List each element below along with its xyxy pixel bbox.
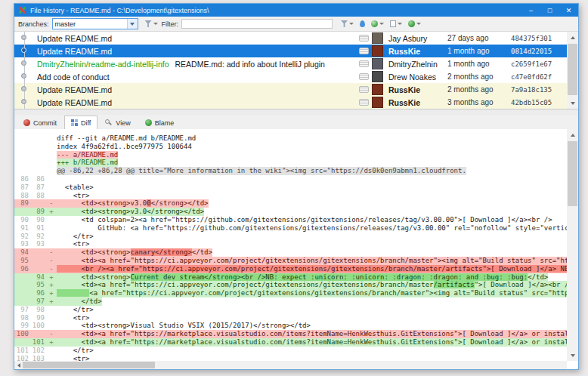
old-line-number: 97 xyxy=(14,306,30,314)
commit-date: 2 months ago xyxy=(447,72,511,81)
new-line-number: 96 xyxy=(30,289,46,297)
commit-hash: c47e0fd62f xyxy=(511,73,567,81)
diff-code-text: <td><strong>Visual Studio VSIX (2015/201… xyxy=(57,322,311,330)
new-line-number: 90 xyxy=(30,216,46,224)
diff-marker xyxy=(46,355,57,361)
droplet-button[interactable] xyxy=(357,18,367,29)
scrollbar-thumb[interactable] xyxy=(568,141,577,206)
diff-line: 9191 GitHub: <a href="https://github.com… xyxy=(14,224,567,233)
message-lines-icon xyxy=(357,35,370,42)
commit-date: 1 month ago xyxy=(447,47,511,55)
commit-message-text: Update README.md xyxy=(37,85,112,94)
diff-marker: + xyxy=(46,338,57,347)
branches-label: Branches: xyxy=(18,20,49,28)
old-line-number xyxy=(14,297,30,306)
message-lines-icon xyxy=(357,60,370,67)
commit-row[interactable]: Add code of conductDrew Noakes2 months a… xyxy=(14,70,567,83)
commit-hash: c2659f1e67 xyxy=(511,60,567,68)
commit-message: DmitryZhelnin/readme-add-intellij-infoRE… xyxy=(37,60,357,69)
commit-row[interactable]: Update README.mdRussKie3 months ago42bdb… xyxy=(14,96,567,109)
chevron-down-icon[interactable] xyxy=(127,19,138,29)
minimize-button[interactable]: – xyxy=(521,4,540,17)
commit-message-text: Update README.md xyxy=(37,98,112,107)
sphere-button[interactable] xyxy=(406,18,423,29)
tab-view[interactable]: View xyxy=(98,116,137,129)
avatar xyxy=(372,97,383,108)
scroll-down-icon[interactable] xyxy=(567,350,578,361)
commit-graph xyxy=(14,32,37,45)
diff-marker xyxy=(46,233,57,241)
commit-node-icon xyxy=(21,35,26,40)
commit-row[interactable]: DmitryZhelnin/readme-add-intellij-infoRE… xyxy=(14,57,567,70)
tab-commit[interactable]: Commit xyxy=(17,116,63,129)
page-button[interactable] xyxy=(388,18,404,29)
commit-list-scrollbar[interactable] xyxy=(567,32,578,109)
scroll-up-icon[interactable] xyxy=(567,129,578,140)
close-button[interactable]: ✕ xyxy=(559,4,578,17)
old-line-number: 96 xyxy=(14,265,30,273)
diff-line: 9090 <td colspan=2><a href="https://gith… xyxy=(14,216,567,224)
diff-code-text: <td><a href="https://marketplace.visuals… xyxy=(57,338,567,347)
globe-button[interactable] xyxy=(369,18,386,29)
funnel-button[interactable] xyxy=(339,18,356,29)
avatar xyxy=(372,58,383,69)
commit-hash: 7a9a18c135 xyxy=(511,86,567,94)
filter-input[interactable] xyxy=(181,19,333,29)
commit-row[interactable]: Update README.mdJay Asbury27 days ago484… xyxy=(14,32,567,45)
commit-list: Update README.mdJay Asbury27 days ago484… xyxy=(14,32,578,109)
commit-row[interactable]: Update README.mdRussKie2 months ago7a9a1… xyxy=(14,83,567,96)
branch-selector[interactable]: master xyxy=(52,18,138,29)
diff-code-text: <td><a href="https://ci.appveyor.com/pro… xyxy=(57,281,567,289)
tab-label: Diff xyxy=(81,119,91,127)
splitter[interactable] xyxy=(14,109,578,115)
diff-header-text: diff --git a/README.md b/README.md xyxy=(57,134,196,143)
chevron-down-icon xyxy=(398,23,402,25)
diff-header-line: index 4f9a62fd1..bce977975 100644 xyxy=(14,143,567,151)
diff-line: 101102 </tr> xyxy=(14,347,567,355)
diff-marker xyxy=(46,347,57,355)
commit-node-icon xyxy=(21,86,26,91)
tab-blame[interactable]: Blame xyxy=(138,116,181,129)
blame-icon xyxy=(145,119,152,126)
diff-code-text: <tr> xyxy=(57,192,89,200)
diff-header-line: --- a/README.md xyxy=(14,151,567,159)
tab-label: View xyxy=(116,119,130,127)
diff-code-text: <table> xyxy=(57,183,94,192)
commit-hash: 484375f301 xyxy=(511,35,567,42)
scrollbar-thumb[interactable] xyxy=(23,362,155,368)
view-icon xyxy=(105,119,113,127)
scroll-down-icon[interactable] xyxy=(567,97,578,109)
new-line-number: 94 xyxy=(30,273,46,282)
commit-node-icon xyxy=(21,99,26,104)
scroll-up-icon[interactable] xyxy=(567,32,578,43)
author-name: RussKie xyxy=(385,85,447,94)
maximize-button[interactable]: □ xyxy=(540,4,559,17)
chevron-down-icon xyxy=(416,23,421,25)
commit-message: Update README.md xyxy=(37,98,357,107)
diff-line: 97+ </td> xyxy=(14,297,567,306)
commit-node-icon xyxy=(21,60,26,66)
branch-filter-button[interactable] xyxy=(143,18,160,29)
diff-marker: + xyxy=(46,289,57,297)
diff-marker xyxy=(46,192,57,200)
scroll-left-icon[interactable] xyxy=(14,361,23,369)
diff-code-text: </tr> xyxy=(57,233,94,241)
diff-horizontal-scrollbar[interactable] xyxy=(14,361,567,369)
commit-row[interactable]: Update README.mdRussKie1 month ago0814d2… xyxy=(14,45,567,57)
diff-code-text: </td> xyxy=(57,297,102,306)
old-line-number: 92 xyxy=(14,233,30,241)
old-line-number: 86 xyxy=(14,175,30,183)
old-line-number xyxy=(14,338,30,347)
diff-vertical-scrollbar[interactable] xyxy=(567,129,578,361)
tab-diff[interactable]: Diff xyxy=(64,116,97,129)
diff-marker xyxy=(46,314,57,322)
avatar xyxy=(372,32,383,44)
commit-message-text: Add code of conduct xyxy=(37,72,110,82)
new-line-number: 102 xyxy=(30,347,46,355)
diff-header-line: @@ -86,22 +86,28 @@ title="More informat… xyxy=(14,167,567,175)
window-controls: – □ ✕ xyxy=(521,4,578,17)
old-line-number: 91 xyxy=(14,224,30,233)
scrollbar-thumb[interactable] xyxy=(568,44,577,95)
diff-code-text: </tr> xyxy=(57,306,94,314)
commit-date: 2 months ago xyxy=(447,85,511,94)
